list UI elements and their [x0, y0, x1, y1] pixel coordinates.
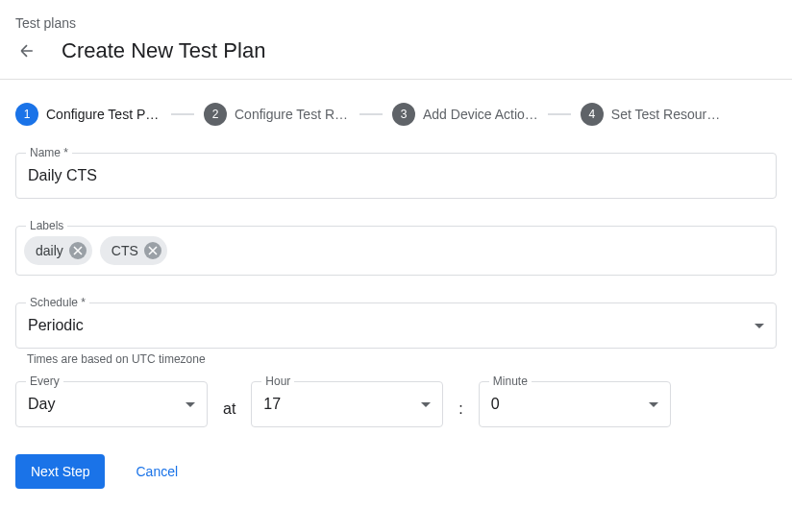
hour-field[interactable]: Hour 17: [251, 381, 443, 427]
every-select[interactable]: Day: [16, 382, 207, 426]
chip-daily: daily: [24, 236, 92, 265]
minute-label: Minute: [489, 375, 532, 388]
hour-label: Hour: [261, 375, 294, 388]
step-circle: 1: [15, 103, 38, 126]
chip-label: CTS: [111, 243, 138, 258]
header: Create New Test Plan: [0, 38, 792, 79]
step-4[interactable]: 4 Set Test Resourc…: [581, 103, 727, 126]
stepper: 1 Configure Test Pl… 2 Configure Test Ru…: [15, 103, 777, 126]
chips-container[interactable]: daily CTS: [16, 227, 776, 275]
schedule-label: Schedule *: [26, 296, 89, 309]
step-circle: 2: [204, 103, 227, 126]
chevron-down-icon: [755, 324, 764, 328]
close-icon[interactable]: [144, 242, 161, 259]
name-label: Name *: [26, 146, 72, 159]
every-field[interactable]: Every Day: [15, 381, 208, 427]
actions: Next Step Cancel: [15, 454, 777, 489]
every-label: Every: [26, 375, 63, 388]
name-input[interactable]: [16, 154, 776, 198]
step-3[interactable]: 3 Add Device Actio…: [392, 103, 538, 126]
at-label: at: [223, 391, 235, 418]
step-label: Configure Test Pl…: [46, 107, 161, 122]
breadcrumb: Test plans: [0, 0, 792, 38]
name-field[interactable]: Name *: [15, 153, 777, 199]
step-1[interactable]: 1 Configure Test Pl…: [15, 103, 161, 126]
schedule-select[interactable]: Periodic: [16, 303, 776, 348]
step-connector: [548, 113, 571, 115]
chip-label: daily: [36, 243, 63, 258]
hour-select[interactable]: 17: [252, 382, 442, 426]
labels-label: Labels: [26, 219, 67, 232]
chip-cts: CTS: [100, 236, 167, 265]
step-label: Configure Test Ru…: [235, 107, 350, 122]
divider: [0, 79, 792, 80]
back-arrow-icon[interactable]: [15, 39, 38, 62]
step-connector: [171, 113, 194, 115]
minute-select[interactable]: 0: [480, 382, 670, 426]
step-label: Set Test Resourc…: [611, 107, 727, 122]
every-value: Day: [28, 396, 55, 413]
hour-value: 17: [263, 396, 281, 413]
page-title: Create New Test Plan: [62, 38, 265, 63]
content: 1 Configure Test Pl… 2 Configure Test Ru…: [0, 103, 792, 489]
schedule-row: Every Day at Hour 17 : Minute 0: [15, 381, 777, 427]
step-circle: 3: [392, 103, 415, 126]
step-circle: 4: [581, 103, 604, 126]
minute-field[interactable]: Minute 0: [479, 381, 671, 427]
chevron-down-icon: [649, 402, 658, 407]
schedule-hint: Times are based on UTC timezone: [15, 352, 777, 366]
chevron-down-icon: [186, 402, 195, 407]
step-2[interactable]: 2 Configure Test Ru…: [204, 103, 350, 126]
schedule-value: Periodic: [28, 317, 84, 334]
cancel-button[interactable]: Cancel: [136, 464, 178, 479]
close-icon[interactable]: [69, 242, 87, 259]
step-label: Add Device Actio…: [423, 107, 538, 122]
labels-field[interactable]: Labels daily CTS: [15, 226, 777, 276]
next-step-button[interactable]: Next Step: [15, 454, 105, 489]
step-connector: [359, 113, 383, 115]
colon-label: :: [458, 391, 462, 418]
chevron-down-icon: [421, 402, 431, 407]
minute-value: 0: [491, 396, 500, 413]
schedule-field[interactable]: Schedule * Periodic: [15, 302, 777, 349]
